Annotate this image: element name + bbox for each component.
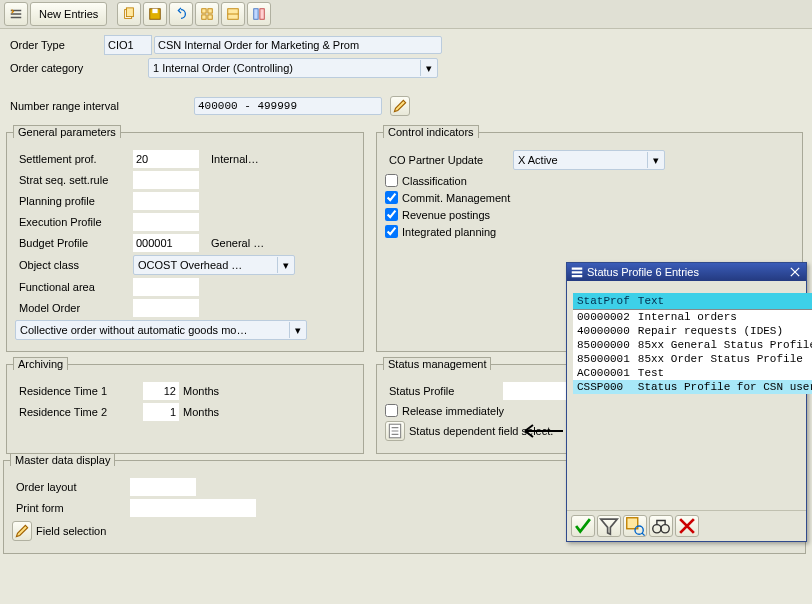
object-class-label: Object class (15, 259, 133, 271)
residence2-unit: Months (179, 406, 223, 418)
residence2-field[interactable] (143, 403, 179, 421)
popup-toolbar (567, 510, 806, 541)
collective-order-dropdown[interactable]: Collective order without automatic goods… (15, 320, 307, 340)
table-row[interactable]: 00000002Internal orders (573, 310, 812, 325)
table-row[interactable]: 40000000Repair requests (IDES) (573, 324, 812, 338)
co-partner-label: CO Partner Update (385, 154, 513, 166)
master-legend: Master data display (10, 453, 115, 466)
col-text: Text (634, 293, 812, 310)
co-partner-value: X Active (514, 154, 647, 166)
collective-order-value: Collective order without automatic goods… (16, 324, 289, 336)
object-class-dropdown[interactable]: OCOST Overhead …▾ (133, 255, 295, 275)
svg-rect-10 (260, 9, 264, 20)
order-type-field (104, 35, 152, 55)
object-class-value: OCOST Overhead … (134, 259, 277, 271)
main-toolbar: New Entries (0, 0, 812, 29)
chevron-down-icon[interactable]: ▾ (420, 60, 437, 76)
archiving-group: Archiving Residence Time 1Months Residen… (6, 364, 364, 454)
binoculars-icon[interactable] (649, 515, 673, 537)
planning-profile-label: Planning profile (15, 195, 133, 207)
svg-rect-6 (202, 15, 206, 19)
strat-seq-field[interactable] (133, 171, 199, 189)
table-row[interactable]: 8500000085xx General Status Profile (573, 338, 812, 352)
order-type-desc: CSN Internal Order for Marketing & Prom (154, 36, 442, 54)
toggle-icon[interactable] (4, 2, 28, 26)
chevron-down-icon[interactable]: ▾ (289, 322, 306, 338)
deselect-icon[interactable] (221, 2, 245, 26)
new-entries-button[interactable]: New Entries (30, 2, 107, 26)
co-partner-dropdown[interactable]: X Active▾ (513, 150, 665, 170)
popup-titlebar: Status Profile 6 Entries (567, 263, 806, 281)
archiving-legend: Archiving (13, 357, 68, 370)
planning-profile-field[interactable] (133, 192, 199, 210)
settlement-prof-label: Settlement prof. (15, 153, 133, 165)
svg-rect-5 (208, 9, 212, 13)
general-parameters-group: General parameters Settlement prof.Inter… (6, 132, 364, 352)
popup-title: Status Profile 6 Entries (587, 266, 699, 278)
chevron-down-icon[interactable]: ▾ (277, 257, 294, 273)
svg-rect-4 (202, 9, 206, 13)
select-all-icon[interactable] (195, 2, 219, 26)
save-icon[interactable] (143, 2, 167, 26)
accept-icon[interactable] (571, 515, 595, 537)
print-form-label: Print form (12, 502, 130, 514)
svg-rect-1 (127, 8, 134, 17)
functional-area-field[interactable] (133, 278, 199, 296)
edit-icon[interactable] (390, 96, 410, 116)
model-order-field[interactable] (133, 299, 199, 317)
residence1-field[interactable] (143, 382, 179, 400)
close-icon[interactable] (788, 265, 802, 279)
order-layout-field[interactable] (130, 478, 196, 496)
edit-icon (12, 521, 32, 541)
svg-rect-12 (572, 268, 583, 270)
execution-profile-field[interactable] (133, 213, 199, 231)
undo-icon[interactable] (169, 2, 193, 26)
residence1-label: Residence Time 1 (15, 385, 143, 397)
svg-rect-13 (572, 271, 583, 273)
commit-mgmt-label: Commit. Management (402, 192, 510, 204)
copy-icon[interactable] (117, 2, 141, 26)
config-icon[interactable] (247, 2, 271, 26)
classification-label: Classification (402, 175, 467, 187)
field-selection-label: Field selection (36, 525, 106, 537)
order-category-value: 1 Internal Order (Controlling) (149, 62, 420, 74)
svg-point-18 (661, 525, 669, 533)
table-row[interactable]: 8500000185xx Order Status Profile (573, 352, 812, 366)
budget-profile-desc: General … (207, 237, 268, 249)
integrated-label: Integrated planning (402, 226, 496, 238)
document-icon (385, 421, 405, 441)
revenue-label: Revenue postings (402, 209, 490, 221)
order-type-label: Order Type (6, 39, 104, 51)
revenue-checkbox[interactable]: Revenue postings (385, 208, 794, 221)
order-category-label: Order category (6, 62, 104, 74)
status-profile-field[interactable] (503, 382, 569, 400)
classification-checkbox[interactable]: Classification (385, 174, 794, 187)
settlement-prof-desc: Internal… (207, 153, 263, 165)
cancel-icon[interactable] (675, 515, 699, 537)
filter-icon[interactable] (597, 515, 621, 537)
settlement-prof-field[interactable] (133, 150, 199, 168)
number-range-label: Number range interval (6, 100, 194, 112)
chevron-down-icon[interactable]: ▾ (647, 152, 664, 168)
search-help-icon[interactable] (623, 515, 647, 537)
budget-profile-label: Budget Profile (15, 237, 133, 249)
status-legend: Status management (383, 357, 491, 370)
table-row[interactable]: CSSP000Status Profile for CSN user (573, 380, 812, 394)
svg-rect-7 (208, 15, 212, 19)
release-immediately-label: Release immediately (402, 405, 504, 417)
commit-mgmt-checkbox[interactable]: Commit. Management (385, 191, 794, 204)
strat-seq-label: Strat seq. sett.rule (15, 174, 133, 186)
new-entries-label: New Entries (39, 8, 98, 20)
svg-rect-3 (153, 9, 158, 13)
residence1-unit: Months (179, 385, 223, 397)
number-range-value: 400000 - 499999 (194, 97, 382, 115)
budget-profile-field[interactable] (133, 234, 199, 252)
order-category-dropdown[interactable]: 1 Internal Order (Controlling) ▾ (148, 58, 438, 78)
arrow-annotation (517, 423, 565, 439)
residence2-label: Residence Time 2 (15, 406, 143, 418)
table-row[interactable]: AC000001Test (573, 366, 812, 380)
integrated-checkbox[interactable]: Integrated planning (385, 225, 794, 238)
print-form-field[interactable] (130, 499, 256, 517)
status-profile-label: Status Profile (385, 385, 503, 397)
list-icon (571, 266, 583, 278)
